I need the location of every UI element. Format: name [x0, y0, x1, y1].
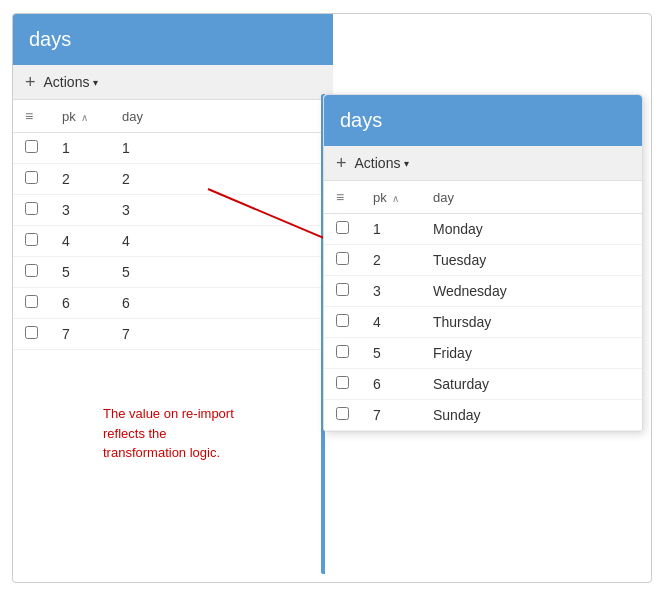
- fg-table: ≡ pk ∧ day 1 Monday 2 Tuesday 3 Wednesda…: [324, 181, 642, 431]
- bg-table-row: 2 2: [13, 164, 333, 195]
- fg-row-pk: 6: [361, 369, 421, 400]
- fg-table-row: 5 Friday: [324, 338, 642, 369]
- bg-row-checkbox[interactable]: [25, 326, 38, 339]
- fg-table-row: 1 Monday: [324, 214, 642, 245]
- bg-row-checkbox[interactable]: [25, 233, 38, 246]
- fg-table-row: 3 Wednesday: [324, 276, 642, 307]
- fg-table-row: 7 Sunday: [324, 400, 642, 431]
- bg-panel: days + Actions ▾ ≡ pk ∧: [13, 14, 333, 582]
- fg-row-checkbox[interactable]: [336, 252, 349, 265]
- fg-row-day: Friday: [421, 338, 642, 369]
- bg-row-day: 3: [110, 195, 333, 226]
- bg-row-pk: 6: [50, 288, 110, 319]
- bg-row-pk: 7: [50, 319, 110, 350]
- fg-row-checkbox[interactable]: [336, 376, 349, 389]
- fg-row-checkbox[interactable]: [336, 283, 349, 296]
- bg-actions-button[interactable]: Actions ▾: [44, 74, 99, 90]
- bg-row-check: [13, 288, 50, 319]
- outer-wrapper: days + Actions ▾ ≡ pk ∧: [12, 13, 652, 583]
- fg-actions-button[interactable]: Actions ▾: [355, 155, 410, 171]
- bg-row-checkbox[interactable]: [25, 264, 38, 277]
- bg-sort-icon: ∧: [81, 112, 88, 123]
- bg-row-checkbox[interactable]: [25, 202, 38, 215]
- bg-table: ≡ pk ∧ day 1 1 2 2 3 3 4 4: [13, 100, 333, 350]
- bg-row-checkbox[interactable]: [25, 140, 38, 153]
- fg-panel: days + Actions ▾ ≡ pk ∧ day: [323, 94, 643, 432]
- bg-table-row: 5 5: [13, 257, 333, 288]
- fg-table-row: 4 Thursday: [324, 307, 642, 338]
- fg-table-row: 2 Tuesday: [324, 245, 642, 276]
- bg-add-button[interactable]: +: [25, 73, 36, 91]
- fg-row-pk: 1: [361, 214, 421, 245]
- fg-panel-header: days: [324, 95, 642, 146]
- bg-panel-toolbar: + Actions ▾: [13, 65, 333, 100]
- fg-row-check: [324, 276, 361, 307]
- bg-row-checkbox[interactable]: [25, 295, 38, 308]
- fg-row-day: Thursday: [421, 307, 642, 338]
- fg-actions-label: Actions: [355, 155, 401, 171]
- fg-row-day: Wednesday: [421, 276, 642, 307]
- bg-row-day: 2: [110, 164, 333, 195]
- fg-row-day: Sunday: [421, 400, 642, 431]
- fg-row-check: [324, 245, 361, 276]
- bg-row-check: [13, 226, 50, 257]
- bg-col-day: day: [110, 100, 333, 133]
- fg-actions-caret: ▾: [404, 158, 409, 169]
- bg-row-checkbox[interactable]: [25, 171, 38, 184]
- bg-panel-header: days: [13, 14, 333, 65]
- bg-table-row: 4 4: [13, 226, 333, 257]
- bg-table-row: 7 7: [13, 319, 333, 350]
- fg-row-checkbox[interactable]: [336, 221, 349, 234]
- fg-row-pk: 4: [361, 307, 421, 338]
- fg-row-checkbox[interactable]: [336, 345, 349, 358]
- bg-table-row: 1 1: [13, 133, 333, 164]
- bg-table-area: ≡ pk ∧ day 1 1 2 2 3 3 4 4: [13, 100, 333, 582]
- fg-sort-icon: ∧: [392, 193, 399, 204]
- fg-panel-toolbar: + Actions ▾: [324, 146, 642, 181]
- fg-row-check: [324, 214, 361, 245]
- bg-actions-label: Actions: [44, 74, 90, 90]
- fg-hamburger-icon: ≡: [336, 189, 344, 205]
- fg-col-pk: pk ∧: [361, 181, 421, 214]
- bg-actions-caret: ▾: [93, 77, 98, 88]
- bg-panel-title: days: [29, 28, 71, 50]
- fg-panel-title: days: [340, 109, 382, 131]
- bg-row-day: 5: [110, 257, 333, 288]
- fg-row-pk: 5: [361, 338, 421, 369]
- fg-row-checkbox[interactable]: [336, 314, 349, 327]
- bg-row-pk: 4: [50, 226, 110, 257]
- bg-row-check: [13, 195, 50, 226]
- bg-table-row: 6 6: [13, 288, 333, 319]
- fg-row-day: Tuesday: [421, 245, 642, 276]
- bg-row-day: 4: [110, 226, 333, 257]
- bg-pk-label: pk: [62, 109, 76, 124]
- fg-table-row: 6 Saturday: [324, 369, 642, 400]
- bg-row-check: [13, 133, 50, 164]
- bg-row-check: [13, 319, 50, 350]
- fg-row-pk: 3: [361, 276, 421, 307]
- fg-row-check: [324, 400, 361, 431]
- bg-row-check: [13, 164, 50, 195]
- fg-col-day: day: [421, 181, 642, 214]
- fg-row-check: [324, 369, 361, 400]
- annotation: The value on re-import reflects the tran…: [103, 404, 273, 463]
- bg-row-pk: 2: [50, 164, 110, 195]
- bg-table-row: 3 3: [13, 195, 333, 226]
- bg-row-day: 7: [110, 319, 333, 350]
- fg-row-check: [324, 338, 361, 369]
- bg-row-pk: 3: [50, 195, 110, 226]
- fg-row-day: Monday: [421, 214, 642, 245]
- fg-row-pk: 2: [361, 245, 421, 276]
- bg-row-day: 6: [110, 288, 333, 319]
- bg-col-pk: pk ∧: [50, 100, 110, 133]
- fg-row-pk: 7: [361, 400, 421, 431]
- fg-row-day: Saturday: [421, 369, 642, 400]
- bg-hamburger-icon: ≡: [25, 108, 33, 124]
- fg-row-checkbox[interactable]: [336, 407, 349, 420]
- bg-row-day: 1: [110, 133, 333, 164]
- fg-add-button[interactable]: +: [336, 154, 347, 172]
- fg-pk-label: pk: [373, 190, 387, 205]
- bg-row-pk: 5: [50, 257, 110, 288]
- bg-row-pk: 1: [50, 133, 110, 164]
- bg-row-check: [13, 257, 50, 288]
